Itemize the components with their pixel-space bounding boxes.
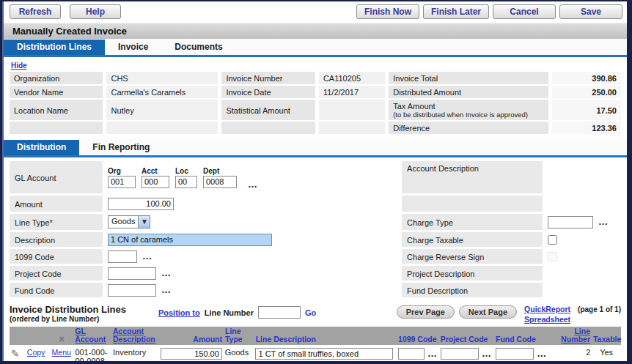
fund-code-input[interactable] (108, 284, 156, 297)
invoice-number-label: Invoice Number (221, 72, 315, 84)
row-gl-account: 001-000-00-0008 (73, 347, 111, 364)
go-link[interactable]: Go (305, 308, 316, 317)
code-1099-input[interactable] (108, 250, 137, 263)
vendor-name-value: Carmella's Caramels (106, 86, 218, 98)
description-label: Description (10, 232, 103, 247)
row-1099-lookup-ellipsis-icon[interactable]: … (427, 350, 438, 357)
account-description-label: Account Description (402, 161, 543, 193)
table-row: ✎ Copy Menu 001-000-00-0008 Inventory Go… (10, 345, 621, 364)
tax-amount-note: (to be distributed when Invoice is appro… (393, 111, 545, 119)
gl-loc-input[interactable] (175, 176, 197, 188)
invoice-total-value: 390.86 (552, 72, 621, 84)
copy-row-link[interactable]: Copy (27, 348, 45, 357)
invoice-window: Refresh Help Finish Now Finish Later Can… (0, 0, 632, 364)
gl-loc-label: Loc (175, 167, 197, 175)
gl-account-lookup-ellipsis-icon[interactable]: … (248, 181, 258, 188)
col-header-1099-code: 1099 Code (397, 335, 439, 344)
invoice-date-label: Invoice Date (221, 86, 315, 98)
refresh-button[interactable]: Refresh (10, 4, 61, 19)
project-code-lookup-ellipsis-icon[interactable]: … (161, 270, 172, 277)
gl-account-label: GL Account (10, 161, 103, 193)
col-header-account-description[interactable]: Account Description (111, 327, 157, 344)
statistical-amount-value (319, 100, 385, 120)
code-1099-lookup-ellipsis-icon[interactable]: … (142, 253, 153, 260)
prev-page-button[interactable]: Prev Page (397, 305, 455, 319)
row-fund-lookup-ellipsis-icon[interactable]: … (537, 350, 547, 357)
col-header-amount: Amount (157, 335, 224, 344)
spreadsheet-link[interactable]: Spreadsheet (524, 315, 570, 324)
difference-value: 123.36 (552, 122, 621, 134)
organization-value: CHS (106, 72, 218, 84)
col-header-line-number[interactable]: Line Number (551, 327, 592, 344)
table-header-row: ✕ GL Account Account Description Amount … (10, 327, 621, 345)
position-to-link[interactable]: Position to (158, 308, 200, 317)
position-line-number-input[interactable] (258, 306, 301, 319)
invoice-number-value: CA110205 (319, 72, 385, 84)
row-1099-code-input[interactable] (398, 348, 425, 360)
quickreport-link[interactable]: QuickReport (524, 305, 570, 313)
invoice-header-panel: Hide Organization CHS Invoice Number CA1… (4, 57, 627, 135)
sub-tab-bar: Distribution Fin Reporting (4, 139, 627, 155)
project-code-input[interactable] (108, 267, 156, 280)
charge-type-input[interactable] (548, 216, 593, 229)
col-header-taxable: Taxable (592, 335, 621, 344)
edit-row-icon[interactable]: ✎ (11, 348, 20, 360)
tab-distribution-lines[interactable]: Distribution Lines (4, 40, 105, 55)
col-header-gl-account[interactable]: GL Account (73, 327, 111, 344)
tax-amount-label: Tax Amount (to be distributed when Invoi… (389, 100, 548, 120)
gl-org-label: Org (108, 167, 136, 175)
lines-section-header: Invoice Distribution Lines (ordered by L… (4, 300, 627, 325)
tax-amount-value: 17.50 (552, 100, 621, 120)
row-amount-input[interactable] (161, 348, 222, 360)
location-name-value: Nutley (106, 100, 218, 120)
help-button[interactable]: Help (70, 4, 121, 19)
gl-org-input[interactable] (108, 176, 136, 188)
next-page-button[interactable]: Next Page (459, 305, 517, 319)
row-project-code-input[interactable] (441, 348, 479, 360)
charge-reverse-sign-label: Charge Reverse Sign (402, 249, 543, 264)
hide-link[interactable]: Hide (11, 62, 27, 70)
charge-type-lookup-ellipsis-icon[interactable]: … (598, 218, 609, 226)
distributed-amount-value: 250.00 (552, 86, 621, 98)
tab-distribution[interactable]: Distribution (4, 140, 79, 155)
menu-row-link[interactable]: Menu (52, 348, 71, 357)
tab-fin-reporting[interactable]: Fin Reporting (79, 140, 163, 155)
fund-code-lookup-ellipsis-icon[interactable]: … (161, 286, 172, 294)
project-description-value (543, 266, 621, 281)
main-tab-bar: Distribution Lines Invoice Documents (4, 39, 627, 55)
cancel-button[interactable]: Cancel (493, 4, 556, 19)
organization-label: Organization (10, 72, 103, 84)
position-line-number-label: Line Number (205, 308, 254, 317)
amount-input[interactable] (108, 198, 174, 210)
row-account-description: Inventory (111, 347, 157, 357)
finish-now-button[interactable]: Finish Now (356, 4, 419, 19)
distribution-form: GL Account Org Acct Loc (4, 157, 627, 300)
delete-all-icon[interactable]: ✕ (59, 335, 65, 343)
col-header-project-code: Project Code (439, 335, 494, 344)
finish-later-button[interactable]: Finish Later (423, 4, 489, 19)
lines-section-subtitle: (ordered by Line Number) (10, 315, 126, 323)
page-info: (page 1 of 1) (578, 305, 621, 313)
row-line-description-input[interactable] (255, 348, 393, 360)
save-button[interactable]: Save (559, 4, 622, 19)
row-line-type: Goods (224, 347, 254, 357)
distributed-amount-label: Distributed Amount (389, 86, 548, 98)
tab-documents[interactable]: Documents (161, 40, 235, 55)
gl-acct-input[interactable] (142, 176, 169, 188)
line-type-select[interactable]: Goods ▼ (108, 215, 150, 229)
fund-description-label: Fund Description (402, 283, 543, 297)
project-description-label: Project Description (402, 266, 543, 281)
distribution-lines-table: ✕ GL Account Account Description Amount … (10, 327, 621, 364)
charge-taxable-checkbox[interactable] (548, 235, 557, 245)
col-header-fund-code: Fund Code (494, 335, 551, 344)
description-input[interactable] (108, 234, 272, 246)
row-project-lookup-ellipsis-icon[interactable]: … (482, 350, 492, 357)
row-taxable: Yes (592, 347, 621, 357)
tab-invoice[interactable]: Invoice (105, 40, 161, 55)
gl-dept-input[interactable] (203, 176, 237, 188)
toolbar: Refresh Help Finish Now Finish Later Can… (4, 1, 627, 22)
invoice-total-label: Invoice Total (389, 72, 548, 84)
account-description-value (543, 161, 621, 193)
row-fund-code-input[interactable] (496, 348, 534, 360)
dropdown-arrow-icon: ▼ (138, 216, 150, 228)
